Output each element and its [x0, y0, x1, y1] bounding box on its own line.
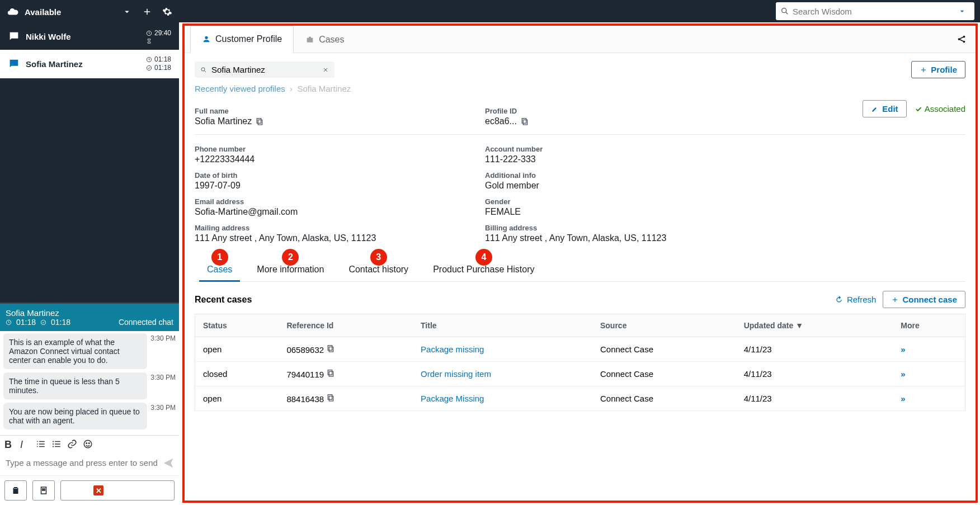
status-chevron-icon[interactable] [122, 7, 132, 17]
chat-message: This is an example of what the Amazon Co… [3, 333, 176, 369]
add-profile-button[interactable]: Profile [911, 61, 965, 78]
cell-more[interactable]: » [893, 362, 965, 386]
send-icon[interactable] [162, 457, 175, 469]
svg-rect-25 [328, 370, 332, 375]
button-label: Profile [931, 65, 957, 74]
breadcrumb: Recently viewed profiles › Sofia Martine… [195, 84, 965, 93]
tab-customer-profile[interactable]: Customer Profile [190, 26, 294, 53]
col-more[interactable]: More [893, 314, 965, 337]
contact-time: 29:40 [154, 29, 171, 38]
subtab-purchase-history[interactable]: 4 Product Purchase History [421, 259, 546, 281]
col-source[interactable]: Source [592, 314, 736, 337]
copy-icon[interactable] [255, 117, 264, 126]
field-value: FEMALE [485, 207, 764, 217]
edit-button[interactable]: Edit [863, 100, 906, 117]
chat-time1: 01:18 [16, 318, 36, 327]
subtab-contact-history[interactable]: 3 Contact history [336, 259, 421, 281]
end-chat-button[interactable]: ✕ End chat [60, 480, 175, 501]
cell-more[interactable]: » [893, 337, 965, 362]
chat-input-row [0, 452, 179, 475]
pencil-icon [871, 105, 879, 113]
contact-button[interactable] [32, 480, 55, 501]
svg-point-13 [205, 36, 208, 39]
clear-icon[interactable] [322, 65, 329, 74]
subtab-label: Contact history [348, 265, 408, 274]
svg-rect-27 [328, 395, 332, 400]
cell-title: Package Missing [413, 386, 592, 411]
clock-icon [6, 319, 12, 325]
case-title-link[interactable]: Order missing item [421, 369, 491, 379]
col-updated[interactable]: Updated date▼ [736, 314, 893, 337]
clock-icon [146, 56, 152, 63]
copy-icon[interactable] [326, 393, 335, 402]
table-header-row: Status Reference Id Title Source Updated… [195, 314, 965, 337]
wisdom-search[interactable] [776, 2, 974, 20]
fullname: Sofia Martinez [195, 116, 252, 126]
button-label: Connect case [902, 295, 957, 304]
link-icon[interactable] [67, 439, 77, 449]
italic-icon[interactable]: I [20, 439, 30, 449]
share-icon[interactable] [957, 34, 967, 44]
case-title-link[interactable]: Package Missing [421, 394, 484, 403]
chevron-down-icon[interactable] [958, 7, 967, 16]
chat-toolbar: B I [0, 435, 179, 452]
col-title[interactable]: Title [413, 314, 592, 337]
cell-status: closed [195, 362, 279, 386]
tab-cases[interactable]: Cases [294, 26, 356, 53]
cell-updated: 4/11/23 [736, 386, 893, 411]
copy-icon[interactable] [326, 369, 335, 377]
chat-input[interactable] [4, 455, 162, 471]
field-value: +12223334444 [195, 154, 474, 164]
close-icon: ✕ [93, 485, 103, 495]
cell-status: open [195, 337, 279, 362]
case-title-link[interactable]: Package missing [421, 344, 484, 354]
field-value: ec8a6... [485, 116, 764, 126]
clipboard-button[interactable] [4, 480, 27, 501]
sort-desc-icon: ▼ [795, 321, 803, 330]
gear-icon[interactable] [162, 7, 172, 17]
field-label: Date of birth [195, 171, 474, 180]
svg-point-12 [782, 8, 786, 13]
chat-actions: ✕ End chat [0, 475, 179, 505]
refresh-button[interactable]: Refresh [835, 295, 877, 304]
topbar [179, 0, 980, 22]
wisdom-search-input[interactable] [793, 7, 954, 16]
chat-status: Connected chat [119, 318, 173, 327]
chat-panel: Sofia Martinez 01:18 01:18 Connected cha… [0, 304, 179, 505]
breadcrumb-current: Sofia Martinez [297, 84, 351, 93]
add-icon[interactable] [142, 7, 152, 17]
search-icon [200, 65, 207, 74]
profile-search[interactable] [195, 62, 334, 78]
bold-icon[interactable]: B [4, 439, 15, 449]
connect-case-button[interactable]: Connect case [883, 291, 965, 308]
contact-item-sofia[interactable]: Sofia Martinez 01:18 01:18 [0, 50, 179, 78]
chat-bubble: The time in queue is less than 5 minutes… [3, 372, 147, 399]
breadcrumb-link[interactable]: Recently viewed profiles [195, 84, 285, 93]
cell-source: Connect Case [592, 337, 736, 362]
chat-msg-time: 3:30 PM [150, 372, 176, 381]
ref-value: 79440119 [286, 370, 324, 379]
svg-rect-22 [329, 347, 333, 352]
profile-search-row: Profile [195, 53, 965, 84]
sidebar: Available Nikki Wolfe 29:40 Sofia Martin… [0, 0, 179, 505]
subtab-cases[interactable]: 1 Cases [195, 259, 244, 281]
copy-icon[interactable] [520, 117, 529, 126]
contact-item-nikki[interactable]: Nikki Wolfe 29:40 [0, 23, 179, 50]
ref-value: 06589632 [286, 345, 324, 355]
subtab-more-info[interactable]: 2 More information [244, 259, 336, 281]
ref-value: 88416438 [286, 394, 324, 404]
chat-icon [8, 58, 20, 70]
col-ref[interactable]: Reference Id [279, 314, 413, 337]
emoji-icon[interactable] [83, 439, 93, 449]
chat-icon [8, 30, 20, 43]
numbered-list-icon[interactable] [36, 439, 46, 449]
edit-assoc: Edit Associated [775, 100, 965, 117]
bullet-list-icon[interactable] [51, 439, 62, 449]
col-status[interactable]: Status [195, 314, 279, 337]
svg-point-5 [53, 441, 54, 442]
cell-more[interactable]: » [893, 386, 965, 411]
field-label: Full name [195, 107, 474, 115]
profile-search-input[interactable] [211, 65, 318, 74]
field-value: Sofia Martinez [195, 116, 474, 126]
copy-icon[interactable] [326, 344, 335, 353]
